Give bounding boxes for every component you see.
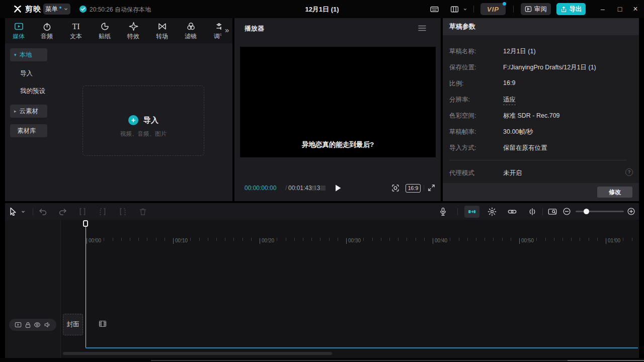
tab-sticker[interactable]: 贴纸: [93, 18, 117, 43]
tab-effects[interactable]: 特效: [121, 18, 145, 43]
titlebar-divider: [473, 6, 474, 13]
audio-icon: [42, 22, 52, 31]
mute-track-speaker-icon[interactable]: [44, 321, 51, 328]
lock-track-icon[interactable]: [25, 322, 31, 328]
sidebar-item-local[interactable]: ▾ 本地: [10, 48, 47, 61]
import-button-label[interactable]: 导入: [143, 116, 158, 125]
controls-divider: [424, 185, 424, 191]
tab-media[interactable]: 媒体: [7, 18, 31, 43]
preview-canvas: 异地恋真的能走到最后?: [240, 47, 436, 157]
review-label: 审阅: [534, 5, 547, 14]
player-controls: 00:00:00:00 / 00:01:43:13 16:9: [234, 181, 441, 195]
delete-icon[interactable]: [138, 207, 147, 216]
split-delete-right-icon[interactable]: [118, 207, 127, 216]
ruler-label: 01:00: [606, 238, 620, 244]
resolution-bars-icon[interactable]: [311, 185, 317, 191]
tab-filter[interactable]: 滤镜: [179, 18, 203, 43]
ruler-label: 00:10: [173, 238, 188, 244]
filter-circles-icon: [186, 22, 196, 31]
chevron-down-icon: [63, 7, 68, 12]
playhead-handle[interactable]: [83, 220, 88, 227]
draft-params-title: 草稿参数: [449, 22, 475, 31]
vip-button[interactable]: VIP: [480, 3, 506, 15]
aspect-ratio-button[interactable]: 16:9: [406, 184, 421, 193]
media-icon: [14, 22, 24, 31]
param-row-framerate: 草稿帧率:30.00帧/秒: [449, 128, 632, 137]
select-tool-icon[interactable]: [9, 207, 18, 216]
param-row-proxy: 代理模式未开启: [449, 169, 632, 178]
params-divider: [449, 160, 626, 160]
review-button[interactable]: 审阅: [521, 3, 551, 15]
current-time: 00:00:00:00: [245, 185, 276, 192]
window-maximize-button[interactable]: □: [613, 2, 627, 16]
window-close-button[interactable]: ×: [628, 2, 642, 16]
track-header-column: [5, 220, 60, 358]
window-minimize-button[interactable]: –: [596, 2, 610, 16]
menu-button[interactable]: 菜单: [43, 4, 70, 15]
tab-text[interactable]: TI 文本: [64, 18, 88, 43]
bottom-edge-strip: [0, 358, 644, 362]
time-separator: /: [285, 185, 287, 192]
sticker-icon: [100, 22, 110, 31]
player-panel: 播放器 异地恋真的能走到最后? 00:00:00:00 / 00:01:43:1…: [234, 18, 441, 201]
timeline-toolbar: [5, 203, 639, 220]
sidebar-item-my-presets[interactable]: 我的预设: [20, 87, 45, 96]
play-button[interactable]: [334, 184, 342, 192]
media-library-panel: 媒体 音频 TI 文本 贴纸 特效 转场 滤镜 调节: [5, 18, 232, 201]
expand-tabs-chevron[interactable]: »: [225, 26, 229, 34]
cover-button[interactable]: 封面: [63, 314, 83, 335]
tab-transition[interactable]: 转场: [150, 18, 174, 43]
menu-label: 菜单: [45, 5, 58, 14]
horizontal-scrollbar[interactable]: [63, 352, 332, 355]
split-delete-left-icon[interactable]: [98, 207, 107, 216]
timeline-preview-quality-icon[interactable]: [548, 207, 557, 216]
toolbar-divider: [33, 208, 33, 215]
ruler-label: 00:20: [260, 238, 274, 244]
link-clips-icon[interactable]: [508, 207, 517, 216]
ruler-label: 00:30: [346, 238, 361, 244]
track-type-video-icon[interactable]: [15, 321, 22, 328]
shortcut-keyboard-icon[interactable]: [430, 5, 439, 14]
undo-icon[interactable]: [38, 207, 47, 216]
playhead-line[interactable]: [86, 227, 87, 348]
text-icon: TI: [64, 22, 88, 31]
modify-button[interactable]: 修改: [597, 187, 632, 198]
background-window-edge: [568, 360, 644, 361]
timeline-zoom-slider-handle[interactable]: [584, 209, 589, 214]
select-tool-caret-icon[interactable]: [21, 209, 30, 218]
tab-audio[interactable]: 音频: [35, 18, 59, 43]
auto-snap-toggle-active[interactable]: [464, 206, 479, 218]
redo-icon[interactable]: [58, 207, 67, 216]
resolution-bars-icon[interactable]: [320, 185, 326, 191]
fullscreen-icon[interactable]: [428, 184, 435, 192]
timeline-panel: 00:00 00:10 00:20 00:30 00:40 00:50 01:0…: [5, 203, 639, 358]
track-controls: [9, 319, 56, 331]
zoom-in-icon[interactable]: [627, 207, 636, 216]
proxy-help-icon[interactable]: ?: [625, 168, 633, 176]
document-title: 12月1日 (1): [305, 5, 339, 14]
export-button[interactable]: 导出: [556, 3, 586, 15]
hide-track-eye-icon[interactable]: [34, 321, 41, 328]
preview-axis-icon[interactable]: [528, 207, 537, 216]
main-track-magnet-icon[interactable]: [488, 207, 497, 216]
split-clip-icon[interactable]: [78, 207, 87, 216]
record-voiceover-mic-icon[interactable]: [439, 207, 448, 216]
zoom-out-icon[interactable]: [562, 207, 572, 216]
param-row-colorspace: 色彩空间:标准 SDR - Rec.709: [449, 112, 632, 121]
media-tab-bar: 媒体 音频 TI 文本 贴纸 特效 转场 滤镜 调节: [5, 18, 232, 43]
import-plus-icon[interactable]: +: [128, 115, 138, 125]
param-row-location: 保存位置:F:/JianyingPro Drafts/12月1日 (1): [449, 63, 632, 72]
preview-focus-icon[interactable]: [391, 184, 399, 192]
sidebar-item-cloud[interactable]: ▸ 云素材: [10, 105, 47, 118]
background-window-edge: [151, 360, 569, 361]
timeline-ruler[interactable]: 00:00 00:10 00:20 00:30 00:40 00:50 01:0…: [5, 220, 639, 231]
layout-dropdown-caret-icon[interactable]: [463, 7, 467, 12]
player-menu-icon[interactable]: [418, 25, 426, 31]
sidebar-item-import[interactable]: 导入: [20, 69, 33, 78]
snap-icon: [468, 208, 476, 216]
sidebar-item-material-library[interactable]: 素材库: [10, 124, 47, 137]
layout-panels-icon[interactable]: [450, 5, 459, 14]
timeline-zoom-slider[interactable]: [576, 211, 624, 212]
import-dropzone[interactable]: + 导入 视频、音频、图片: [83, 85, 204, 156]
export-label: 导出: [570, 5, 582, 14]
